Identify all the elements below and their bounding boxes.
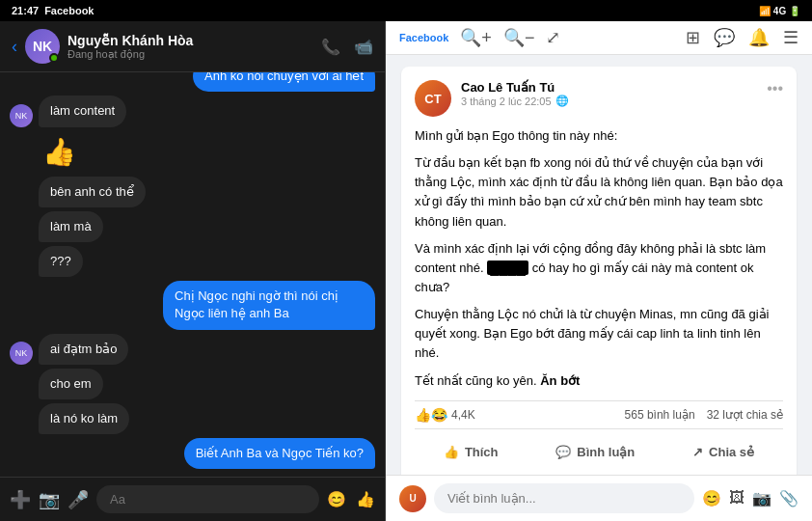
input-icons: 😊 👍 xyxy=(327,490,375,508)
comment-label: Bình luận xyxy=(577,445,635,459)
post-paragraph: Mình gửi bạn Ego thông tin này nhé: xyxy=(415,126,783,146)
message-row: Chị Ngọc nghi ngờ thì nói chị Ngọc liên … xyxy=(10,281,375,329)
like-label: Thích xyxy=(465,445,499,459)
grid-icon[interactable]: ⊞ xyxy=(686,27,700,48)
zoom-in-icon[interactable]: 🔍+ xyxy=(460,27,492,48)
comment-input[interactable] xyxy=(434,483,694,513)
contact-name: Nguyễn Khánh Hòa xyxy=(68,33,313,48)
fb-header-left: Facebook 🔍+ 🔍− ⤢ xyxy=(399,27,560,48)
network-indicator: 📶 4G 🔋 xyxy=(759,6,800,16)
input-bar: ➕ 📷 🎤 😊 👍 xyxy=(0,477,385,521)
message-bubble: cho em xyxy=(39,369,103,399)
post-header: CT Cao Lê Tuấn Tú 3 tháng 2 lúc 22:05 🌐 … xyxy=(415,80,783,117)
main-content: ‹ NK Nguyễn Khánh Hòa Đang hoạt động 📞 📹… xyxy=(0,21,812,521)
post-counts: 565 bình luận 32 lượt chia sẻ xyxy=(625,408,783,422)
post-actions: 👍 Thích 💬 Bình luận ↗ Chia sẻ xyxy=(415,435,783,469)
header-info: Nguyễn Khánh Hòa Đang hoạt động xyxy=(68,33,313,61)
post-body: Mình gửi bạn Ego thông tin này nhé:Từ đầ… xyxy=(415,126,783,391)
status-left: 21:47 Facebook xyxy=(12,5,95,16)
camera-icon[interactable]: 📷 xyxy=(39,489,60,510)
message-input[interactable] xyxy=(96,485,319,513)
like-button[interactable]: 👍 Thích xyxy=(432,439,510,465)
status-bar: 21:47 Facebook 📶 4G 🔋 xyxy=(0,0,812,21)
header-actions: 📞 📹 xyxy=(321,38,373,56)
phone-icon[interactable]: 📞 xyxy=(321,38,340,56)
message-row: Anh ko nói chuyện với ai hết xyxy=(10,72,375,92)
post-paragraph: Tết nhất cũng ko yên. Ăn bớt xyxy=(415,371,783,391)
comment-icons: 😊 🖼 📷 📎 xyxy=(702,489,798,507)
message-row: NKcho em xyxy=(10,369,375,399)
zoom-out-icon[interactable]: 🔍− xyxy=(503,27,535,48)
comment-section: U 😊 🖼 📷 📎 xyxy=(386,475,812,521)
fb-content: CT Cao Lê Tuấn Tú 3 tháng 2 lúc 22:05 🌐 … xyxy=(386,55,812,475)
post-options-button[interactable]: ••• xyxy=(767,80,783,97)
fb-header: Facebook 🔍+ 🔍− ⤢ ⊞ 💬 🔔 ☰ xyxy=(386,21,812,55)
message-row: Biết Anh Ba và Ngọc Tiến ko? xyxy=(10,438,375,469)
message-avatar: NK xyxy=(10,342,33,365)
message-avatar: NK xyxy=(10,104,33,127)
post-reactions: 👍😂 4,4K xyxy=(415,407,475,423)
post-meta: 3 tháng 2 lúc 22:05 🌐 xyxy=(461,95,757,107)
fb-header-right: ⊞ 💬 🔔 ☰ xyxy=(686,27,798,48)
comment-count[interactable]: 565 bình luận xyxy=(625,408,695,422)
comment-icon: 💬 xyxy=(555,445,571,459)
post-author-name: Cao Lê Tuấn Tú xyxy=(461,80,757,95)
message-bubble: bên anh có thể xyxy=(39,177,146,207)
message-row: NK👍 xyxy=(10,131,375,173)
reaction-count: 4,4K xyxy=(451,408,475,422)
attachment-icon[interactable]: 📎 xyxy=(779,489,798,507)
message-bubble: 👍 xyxy=(39,131,80,173)
reaction-emojis: 👍😂 xyxy=(415,407,447,423)
like-icon[interactable]: 👍 xyxy=(356,490,375,508)
facebook-panel: Facebook 🔍+ 🔍− ⤢ ⊞ 💬 🔔 ☰ CT xyxy=(386,21,812,521)
menu-icon[interactable]: ☰ xyxy=(783,27,798,48)
notifications-icon[interactable]: 🔔 xyxy=(748,27,770,48)
sticker-icon[interactable]: 📷 xyxy=(752,489,771,507)
message-bubble: ai đạtm bảo xyxy=(39,334,128,365)
message-row: NKlà nó ko làm xyxy=(10,403,375,434)
message-row: NKlàm content xyxy=(10,96,375,126)
message-bubble: Anh ko nói chuyện với ai hết xyxy=(193,72,375,92)
expand-icon[interactable]: ⤢ xyxy=(546,27,560,48)
message-row: NK??? xyxy=(10,246,375,277)
post-paragraph: Và mình xác định lại với cộng đồng đây k… xyxy=(415,239,783,297)
post-card: CT Cao Lê Tuấn Tú 3 tháng 2 lúc 22:05 🌐 … xyxy=(401,67,797,475)
add-icon[interactable]: ➕ xyxy=(10,489,31,510)
messenger-panel: ‹ NK Nguyễn Khánh Hòa Đang hoạt động 📞 📹… xyxy=(0,21,386,521)
carrier: Facebook xyxy=(44,5,94,16)
post-author-avatar: CT xyxy=(415,80,451,117)
message-row: NKbên anh có thể xyxy=(10,177,375,207)
comment-button[interactable]: 💬 Bình luận xyxy=(544,439,646,465)
messenger-icon[interactable]: 💬 xyxy=(714,27,735,48)
mic-icon[interactable]: 🎤 xyxy=(68,489,89,510)
contact-avatar: NK xyxy=(25,29,60,64)
message-row: NKlàm mà xyxy=(10,211,375,242)
message-bubble: Biết Anh Ba và Ngọc Tiến ko? xyxy=(184,438,375,469)
video-icon[interactable]: 📹 xyxy=(354,38,373,56)
share-button[interactable]: ↗ Chia sẻ xyxy=(681,439,766,465)
status-right: 📶 4G 🔋 xyxy=(759,6,800,16)
post-paragraph: Chuyện thằng Lộc nó chửi là từ chuyện Mi… xyxy=(415,305,783,363)
message-bubble: ??? xyxy=(39,246,83,277)
message-row: NKai đạtm bảo xyxy=(10,334,375,365)
facebook-logo: Facebook xyxy=(399,32,448,43)
emoji-icon[interactable]: 😊 xyxy=(327,490,346,508)
message-bubble: là nó ko làm xyxy=(39,403,129,434)
message-bubble: làm mà xyxy=(39,211,103,242)
time: 21:47 xyxy=(12,5,39,16)
post-stats: 👍😂 4,4K 565 bình luận 32 lượt chia sẻ xyxy=(415,400,783,429)
message-bubble: làm content xyxy=(39,96,126,126)
like-icon: 👍 xyxy=(444,445,459,459)
post-paragraph: Từ đầu bạn kết bạn fb xong nói đủ thứ về… xyxy=(415,153,783,232)
post-author-info: Cao Lê Tuấn Tú 3 tháng 2 lúc 22:05 🌐 xyxy=(461,80,757,107)
online-indicator xyxy=(49,53,59,63)
commenter-avatar: U xyxy=(399,485,426,512)
emoji-comment-icon[interactable]: 😊 xyxy=(702,489,721,507)
share-count[interactable]: 32 lượt chia sẻ xyxy=(707,408,783,422)
gif-icon[interactable]: 🖼 xyxy=(729,489,744,507)
messenger-header: ‹ NK Nguyễn Khánh Hòa Đang hoạt động 📞 📹 xyxy=(0,21,385,72)
share-icon: ↗ xyxy=(692,445,703,459)
contact-status: Đang hoạt động xyxy=(68,48,313,61)
back-button[interactable]: ‹ xyxy=(12,37,17,57)
message-bubble: Chị Ngọc nghi ngờ thì nói chị Ngọc liên … xyxy=(163,281,375,329)
